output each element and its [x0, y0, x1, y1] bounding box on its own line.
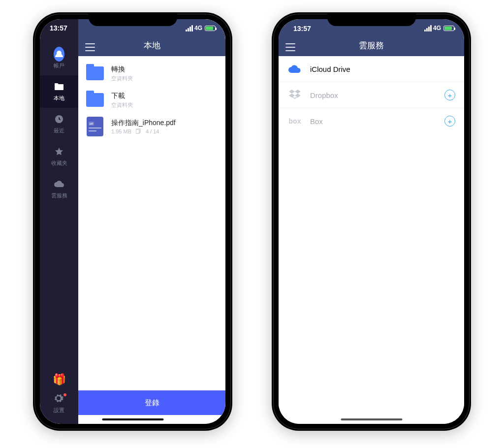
- dropbox-icon: [287, 89, 302, 101]
- sidebar: 13:57 帳戶 本地 最近: [40, 19, 78, 424]
- gift-icon[interactable]: 🎁: [53, 373, 66, 386]
- login-button[interactable]: 登錄: [78, 390, 225, 415]
- network-label: 4G: [433, 25, 441, 32]
- file-name: 操作指南_iPhone.pdf: [111, 119, 218, 128]
- sidebar-item-label: 收藏夹: [51, 160, 67, 167]
- notch: [327, 12, 416, 26]
- sidebar-item-label: 雲服務: [51, 192, 67, 199]
- add-button[interactable]: +: [444, 116, 455, 127]
- service-name: iCloud Drive: [310, 65, 455, 73]
- signal-icon: [424, 25, 432, 32]
- service-name: Box: [310, 117, 437, 126]
- file-name: 轉換: [111, 65, 218, 74]
- status-indicators: 4G: [186, 25, 216, 32]
- list-item[interactable]: box Box +: [279, 108, 464, 134]
- box-icon: box: [287, 115, 302, 127]
- status-time: 13:57: [50, 24, 67, 32]
- page-title: 雲服務: [285, 40, 457, 51]
- sidebar-item-settings[interactable]: 設置: [54, 393, 64, 414]
- list-item[interactable]: 下載 空資料夾: [78, 87, 225, 113]
- list-item[interactable]: Dropbox +: [279, 82, 464, 108]
- sidebar-item-recent[interactable]: 最近: [40, 108, 78, 140]
- signal-icon: [186, 25, 193, 32]
- folder-icon: [86, 91, 104, 109]
- phone-frame-left: 4G 13:57 帳戶 本地: [33, 12, 232, 431]
- file-meta: 空資料夾: [111, 75, 218, 82]
- battery-icon: [205, 26, 216, 31]
- gear-icon: [54, 393, 63, 403]
- phone-frame-right: 13:57 4G 雲服務 iCloud Drive: [272, 12, 471, 431]
- pdf-icon: pdf: [86, 118, 104, 135]
- clock-icon: [54, 114, 64, 125]
- copy-icon: [136, 128, 141, 135]
- file-list: 轉換 空資料夾 下載 空資料夾 pdf: [78, 56, 225, 390]
- notification-dot: [63, 393, 66, 396]
- sidebar-item-label: 最近: [54, 127, 64, 134]
- cloud-service-list: iCloud Drive Dropbox + box Box +: [279, 56, 464, 424]
- sidebar-item-label: 帳戶: [54, 62, 64, 69]
- list-item[interactable]: pdf 操作指南_iPhone.pdf 1.95 MB 4 / 14: [78, 113, 225, 140]
- file-meta: 空資料夾: [111, 101, 218, 109]
- sidebar-item-cloud[interactable]: 雲服務: [40, 173, 78, 205]
- user-icon: [54, 49, 64, 60]
- settings-label: 設置: [54, 407, 64, 414]
- status-indicators: 4G: [424, 25, 454, 32]
- status-time: 13:57: [293, 25, 311, 32]
- home-indicator[interactable]: [102, 418, 163, 420]
- cloud-icon: [54, 179, 64, 190]
- folder-icon: [86, 64, 104, 82]
- svg-rect-2: [136, 129, 139, 133]
- notch: [89, 12, 177, 26]
- battery-icon: [443, 26, 454, 31]
- list-item[interactable]: iCloud Drive: [279, 56, 464, 82]
- add-button[interactable]: +: [444, 90, 455, 100]
- page-title: 本地: [85, 40, 219, 51]
- file-name: 下載: [111, 92, 218, 100]
- sidebar-item-account[interactable]: 帳戶: [40, 43, 78, 75]
- home-indicator[interactable]: [341, 418, 402, 420]
- folder-icon: [54, 81, 64, 92]
- sidebar-item-favorites[interactable]: 收藏夹: [40, 140, 78, 173]
- service-name: Dropbox: [310, 91, 437, 99]
- list-item[interactable]: 轉換 空資料夾: [78, 60, 225, 87]
- sidebar-item-local[interactable]: 本地: [40, 75, 78, 108]
- file-size: 1.95 MB: [111, 128, 131, 134]
- sidebar-item-label: 本地: [54, 95, 64, 102]
- icloud-icon: [287, 63, 302, 75]
- file-pages: 4 / 14: [146, 128, 159, 134]
- network-label: 4G: [194, 25, 202, 32]
- star-icon: [54, 146, 64, 157]
- login-label: 登錄: [145, 398, 159, 408]
